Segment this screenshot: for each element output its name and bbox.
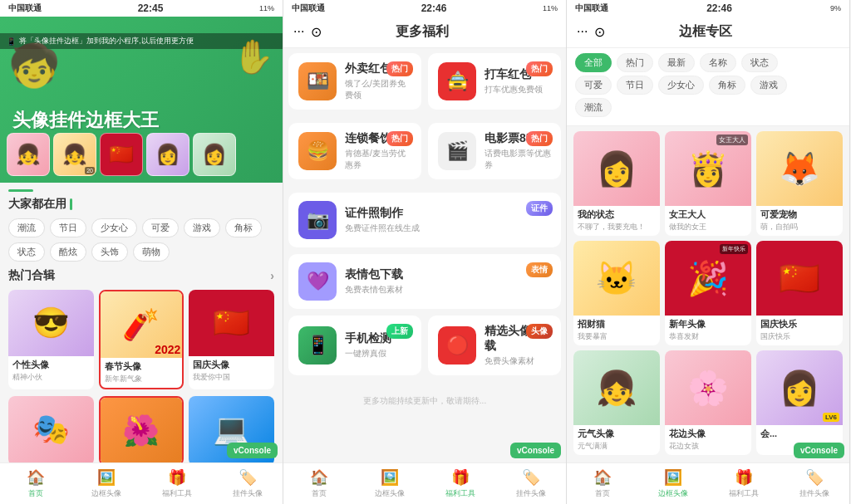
feature-emoji-7: 🔴	[446, 335, 469, 356]
tag-5[interactable]: 角标	[225, 218, 262, 237]
filter-cute[interactable]: 可爱	[575, 76, 612, 95]
feature-name-5: 表情包下载	[345, 267, 551, 282]
nav-home-3[interactable]: 🏠 首页	[567, 463, 637, 504]
filter-holiday[interactable]: 节日	[617, 76, 653, 95]
p3-item-1[interactable]: 👸 女王大人 女王大人 做我的女王	[665, 131, 751, 236]
nav-border-3[interactable]: 🖼️ 边框头像	[637, 463, 708, 504]
tag-7[interactable]: 酷炫	[50, 242, 86, 262]
p2-qr-icon[interactable]: ⊙	[311, 24, 322, 40]
nav-welfare-label-1: 福利工具	[162, 488, 192, 499]
hot-section-arrow[interactable]: ›	[270, 269, 274, 282]
phone-panel-2: 中国联通 22:46 11% ··· ⊙ 更多福利 🍱 外卖红包 饿了么/美团券…	[283, 0, 567, 504]
p3-item-3[interactable]: 🐱 招财猫 我要暴富	[573, 241, 660, 345]
filter-badge[interactable]: 角标	[709, 76, 745, 95]
more-item-0[interactable]: 🎭	[8, 396, 94, 462]
nav-pendant-3[interactable]: 🏷️ 挂件头像	[779, 463, 849, 504]
tag-9[interactable]: 萌物	[133, 242, 170, 262]
tag-3[interactable]: 可爱	[142, 218, 179, 237]
nav-pendant-label-1: 挂件头像	[233, 488, 263, 499]
more-item-1[interactable]: 🌺	[99, 396, 184, 462]
nav-welfare-1[interactable]: 🎁 福利工具	[141, 463, 212, 504]
filter-hot[interactable]: 热门	[617, 53, 653, 72]
tag-4[interactable]: 游戏	[184, 218, 220, 237]
tag-6[interactable]: 状态	[8, 242, 45, 262]
p3-item-0[interactable]: 👩 我的状态 不聊了，我要充电！	[573, 131, 660, 236]
p3-item-6[interactable]: 👧 元气头像 元气满满	[573, 350, 660, 455]
p3-dots-icon[interactable]: ···	[577, 24, 588, 40]
vconsole-btn-3[interactable]: vConsole	[794, 443, 844, 458]
filter-trend[interactable]: 潮流	[575, 98, 612, 117]
icons-3: 9%	[830, 4, 841, 12]
feature-card-3[interactable]: 🎬 电影票85折 话费电影票等优惠券 热门	[428, 123, 561, 179]
feature-card-7[interactable]: 🔴 精选头像下载 免费头像素材 头像	[428, 316, 561, 375]
hot-item-0[interactable]: 😎 个性头像 精神小伙	[8, 290, 94, 389]
p2-dots-icon[interactable]: ···	[293, 24, 304, 40]
tag-1[interactable]: 节日	[50, 218, 86, 237]
avatar-item-3[interactable]: 👩	[146, 133, 189, 176]
nav-home-1[interactable]: 🏠 首页	[0, 463, 71, 504]
nav-border-1[interactable]: 🖼️ 边框头像	[71, 463, 141, 504]
feature-card-5[interactable]: 💜 表情包下载 免费表情包素材 表情	[288, 254, 561, 309]
p3-item-7[interactable]: 🌸 花边头像 花边女孩	[665, 350, 751, 455]
feature-desc-4: 免费证件照在线生成	[345, 223, 551, 234]
banner-title: 头像挂件边框大王	[12, 108, 159, 133]
battery-2: 11%	[543, 4, 558, 12]
nav-welfare-3[interactable]: 🎁 福利工具	[708, 463, 779, 504]
vconsole-btn-1[interactable]: vConsole	[227, 443, 278, 458]
p3-item-2[interactable]: 🦊 可爱宠物 萌，自拍吗	[756, 131, 843, 236]
p3-emoji-2: 🦊	[779, 149, 820, 188]
feature-badge-7: 头像	[526, 324, 553, 339]
vconsole-btn-2[interactable]: vConsole	[510, 443, 561, 458]
p3-emoji-1: 👸	[687, 149, 729, 188]
nav-pendant-2[interactable]: 🏷️ 挂件头像	[495, 463, 566, 504]
feature-card-4[interactable]: 📷 证件照制作 免费证件照在线生成 证件	[288, 193, 561, 247]
tag-8[interactable]: 头饰	[91, 242, 128, 262]
hot-item-name-0: 个性头像	[8, 356, 94, 372]
nav-pendant-icon-2: 🏷️	[522, 468, 540, 487]
p3-item-img-6: 👧	[573, 350, 660, 425]
hot-item-emoji-1: 🧨	[122, 307, 160, 342]
hot-item-name-1: 春节头像	[101, 358, 183, 374]
time-3: 22:46	[706, 2, 732, 14]
p3-item-5[interactable]: 🇨🇳 国庆快乐 国庆快乐	[756, 241, 843, 345]
p3-desc-6: 元气满满	[573, 441, 660, 455]
filter-new[interactable]: 最新	[658, 53, 695, 72]
filter-game[interactable]: 游戏	[750, 76, 787, 95]
p3-qr-icon[interactable]: ⊙	[594, 24, 605, 40]
hot-item-2[interactable]: 🇨🇳 国庆头像 我爱你中国	[189, 290, 274, 389]
filter-row-1: 全部 热门 最新 名称 状态	[575, 53, 841, 72]
hot-item-1[interactable]: 🧨 2022 春节头像 新年新气象	[99, 290, 184, 389]
feature-emoji-2: 🍔	[307, 140, 329, 162]
avatar-item-0[interactable]: 👧	[7, 133, 50, 176]
p3-item-8[interactable]: 👩 LV6 会...	[756, 350, 843, 455]
avatar-item-4[interactable]: 👩	[193, 133, 236, 176]
tag-0[interactable]: 潮流	[8, 218, 45, 237]
more-emoji-1: 🌺	[122, 413, 160, 448]
avatar-emoji-3: 👩	[147, 134, 189, 175]
nav-welfare-2[interactable]: 🎁 福利工具	[425, 463, 495, 504]
feature-card-2[interactable]: 🍔 连锁餐饮 肯德基/麦当劳优惠券 热门	[288, 123, 421, 179]
nav-home-2[interactable]: 🏠 首页	[283, 463, 354, 504]
feature-card-1[interactable]: 🚖 打车红包 打车优惠免费领 热门	[428, 53, 561, 110]
avatar-item-1[interactable]: 👧 20	[53, 133, 96, 176]
filter-state[interactable]: 状态	[741, 53, 778, 72]
feature-badge-2: 热门	[386, 131, 413, 146]
p3-item-img-7: 🌸	[665, 350, 751, 425]
p3-item-4[interactable]: 🎉 新年快乐 新年头像 恭喜发财	[665, 241, 751, 345]
feature-icon-0: 🍱	[298, 62, 337, 100]
nav-pendant-1[interactable]: 🏷️ 挂件头像	[212, 463, 283, 504]
tag-row-1: 潮流 节日 少女心 可爱 游戏 角标 状态 酷炫 头饰 萌物	[8, 218, 274, 262]
feature-card-6[interactable]: 📱 手机检测 一键辨真假 上新	[288, 316, 421, 375]
hot-item-name-2: 国庆头像	[189, 356, 274, 372]
more-item-img-0: 🎭	[8, 396, 94, 462]
tag-2[interactable]: 少女心	[91, 218, 137, 237]
p3-name-1: 女王大人	[665, 206, 751, 222]
hot-item-sub-1: 新年新气象	[101, 374, 183, 388]
nav-border-2[interactable]: 🖼️ 边框头像	[354, 463, 425, 504]
filter-name[interactable]: 名称	[700, 53, 736, 72]
icons-2: 11%	[543, 4, 558, 12]
filter-girly[interactable]: 少女心	[658, 76, 704, 95]
feature-card-0[interactable]: 🍱 外卖红包 饿了么/美团券免费领 热门	[288, 53, 421, 110]
filter-all[interactable]: 全部	[575, 53, 612, 72]
avatar-item-2[interactable]: 🇨🇳	[100, 133, 143, 176]
